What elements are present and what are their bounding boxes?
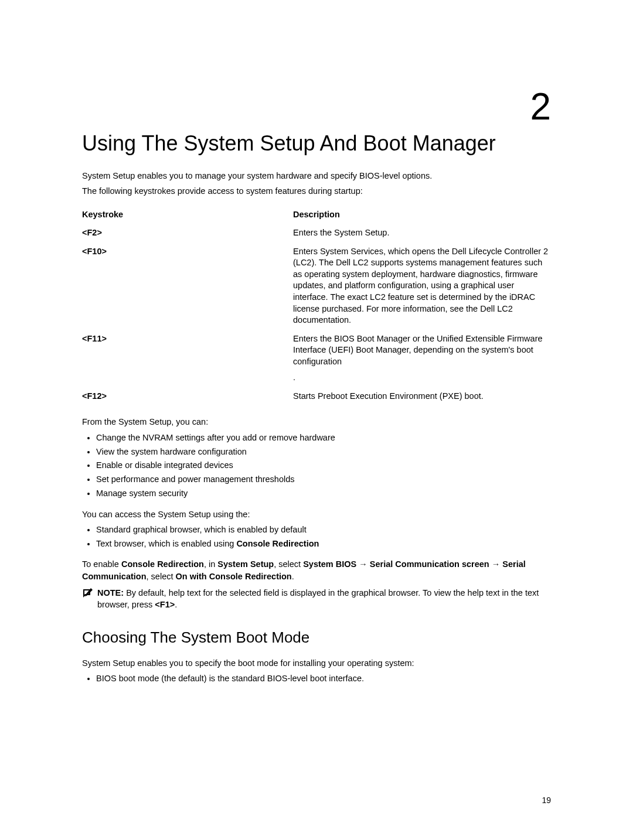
text-span: , select <box>274 559 303 569</box>
list-item: Text browser, which is enabled using Con… <box>96 538 551 551</box>
page-number: 19 <box>542 795 551 805</box>
intro-paragraph-1: System Setup enables you to manage your … <box>82 170 551 182</box>
chapter-number: 2 <box>82 88 551 125</box>
after-table-paragraph: From the System Setup, you can: <box>82 416 551 428</box>
section-heading-boot-mode: Choosing The System Boot Mode <box>82 629 551 647</box>
keystroke-table: Keystroke Description <F2> Enters the Sy… <box>82 206 551 406</box>
list-item-bold: Console Redirection <box>236 539 319 548</box>
arrow-span: → <box>356 559 370 569</box>
keystroke-cell: <F11> <box>82 330 293 387</box>
text-span: . <box>292 572 294 581</box>
list-item: BIOS boot mode (the default) is the stan… <box>96 672 551 685</box>
table-header-description: Description <box>293 206 551 224</box>
keystroke-cell: <F12> <box>82 387 293 406</box>
bold-span: System BIOS <box>303 559 356 569</box>
description-cell: Starts Preboot Execution Environment (PX… <box>293 387 551 406</box>
list-item: Enable or disable integrated devices <box>96 459 551 472</box>
capabilities-list: Change the NVRAM settings after you add … <box>82 432 551 500</box>
table-row: <F11> Enters the BIOS Boot Manager or th… <box>82 330 551 387</box>
note-block: NOTE: By default, help text for the sele… <box>82 587 551 611</box>
trailing-dot: . <box>293 373 295 382</box>
bold-span: System Setup <box>217 559 274 569</box>
table-header-row: Keystroke Description <box>82 206 551 224</box>
intro-paragraph-2: The following keystrokes provide access … <box>82 185 551 197</box>
bold-span: On with Console Redirection <box>176 572 292 581</box>
table-row: <F10> Enters System Services, which open… <box>82 243 551 330</box>
table-header-keystroke: Keystroke <box>82 206 293 224</box>
description-text: Enters the BIOS Boot Manager or the Unif… <box>293 334 543 366</box>
section2-paragraph: System Setup enables you to specify the … <box>82 657 551 669</box>
list-item: Change the NVRAM settings after you add … <box>96 432 551 445</box>
table-row: <F2> Enters the System Setup. <box>82 224 551 243</box>
note-tail: . <box>175 600 177 609</box>
page-title: Using The System Setup And Boot Manager <box>82 131 551 156</box>
bold-span: Serial Communication screen <box>370 559 489 569</box>
enable-console-paragraph: To enable Console Redirection, in System… <box>82 558 551 582</box>
access-list: Standard graphical browser, which is ena… <box>82 524 551 551</box>
keystroke-cell: <F10> <box>82 243 293 330</box>
list-item-text: Text browser, which is enabled using <box>96 539 236 548</box>
note-icon <box>82 587 94 599</box>
note-key: <F1> <box>155 600 175 609</box>
bold-span: Console Redirection <box>121 559 204 569</box>
list-item: Set performance and power management thr… <box>96 473 551 486</box>
description-cell: Enters the System Setup. <box>293 224 551 243</box>
keystroke-cell: <F2> <box>82 224 293 243</box>
arrow-span: → <box>489 559 503 569</box>
boot-mode-list: BIOS boot mode (the default) is the stan… <box>82 672 551 685</box>
description-cell: Enters System Services, which opens the … <box>293 243 551 330</box>
text-span: To enable <box>82 559 121 569</box>
list-item: Standard graphical browser, which is ena… <box>96 524 551 537</box>
list-item: View the system hardware configuration <box>96 446 551 459</box>
list-item: Manage system security <box>96 487 551 500</box>
note-label: NOTE: <box>97 588 124 597</box>
description-cell: Enters the BIOS Boot Manager or the Unif… <box>293 330 551 387</box>
note-text: NOTE: By default, help text for the sele… <box>97 587 551 611</box>
text-span: , in <box>204 559 217 569</box>
table-row: <F12> Starts Preboot Execution Environme… <box>82 387 551 406</box>
access-paragraph: You can access the System Setup using th… <box>82 508 551 520</box>
text-span: , select <box>147 572 176 581</box>
